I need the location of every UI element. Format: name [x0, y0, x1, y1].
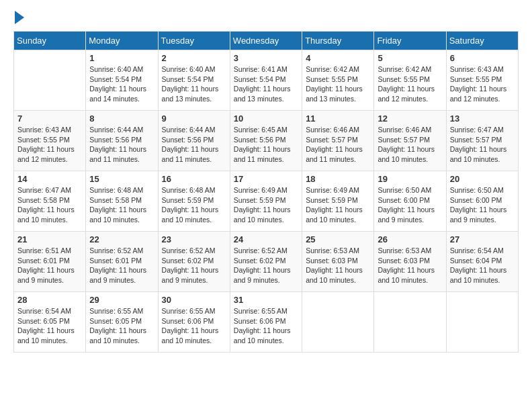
calendar-cell: 26Sunrise: 6:53 AMSunset: 6:03 PMDayligh… [374, 232, 446, 292]
day-number: 22 [89, 234, 154, 244]
cell-details: Sunrise: 6:53 AMSunset: 6:03 PMDaylight:… [306, 246, 370, 285]
cell-details: Sunrise: 6:47 AMSunset: 5:58 PMDaylight:… [17, 185, 82, 225]
calendar-cell [14, 50, 86, 111]
cell-details: Sunrise: 6:44 AMSunset: 5:56 PMDaylight:… [89, 125, 154, 165]
day-number: 4 [306, 53, 370, 63]
calendar-cell: 12Sunrise: 6:46 AMSunset: 5:57 PMDayligh… [374, 111, 446, 171]
day-number: 19 [378, 174, 442, 184]
calendar-cell: 9Sunrise: 6:44 AMSunset: 5:56 PMDaylight… [158, 111, 230, 171]
day-number: 11 [306, 113, 370, 124]
cell-details: Sunrise: 6:55 AMSunset: 6:05 PMDaylight:… [89, 306, 154, 346]
calendar-cell: 19Sunrise: 6:50 AMSunset: 6:00 PMDayligh… [374, 171, 446, 232]
day-of-week-header: Saturday [446, 32, 518, 50]
calendar-cell: 10Sunrise: 6:45 AMSunset: 5:56 PMDayligh… [230, 111, 302, 171]
cell-details: Sunrise: 6:41 AMSunset: 5:54 PMDaylight:… [234, 64, 298, 104]
day-number: 24 [234, 234, 298, 244]
day-number: 12 [378, 113, 442, 124]
calendar-cell [374, 292, 446, 353]
calendar-cell [446, 292, 518, 353]
logo-arrow-icon [15, 11, 24, 24]
day-number: 8 [89, 113, 154, 124]
day-number: 7 [17, 113, 82, 124]
calendar-header-row: SundayMondayTuesdayWednesdayThursdayFrid… [14, 32, 519, 50]
day-number: 29 [89, 295, 154, 305]
cell-details: Sunrise: 6:48 AMSunset: 5:58 PMDaylight:… [89, 185, 154, 225]
calendar-cell: 6Sunrise: 6:43 AMSunset: 5:55 PMDaylight… [446, 50, 518, 111]
calendar-cell: 24Sunrise: 6:52 AMSunset: 6:02 PMDayligh… [230, 232, 302, 292]
day-number: 21 [17, 234, 82, 244]
calendar-cell: 27Sunrise: 6:54 AMSunset: 6:04 PMDayligh… [446, 232, 518, 292]
cell-details: Sunrise: 6:49 AMSunset: 5:59 PMDaylight:… [306, 185, 370, 225]
cell-details: Sunrise: 6:40 AMSunset: 5:54 PMDaylight:… [162, 64, 226, 104]
day-number: 31 [234, 295, 298, 305]
day-number: 3 [234, 53, 298, 63]
calendar-week-row: 21Sunrise: 6:51 AMSunset: 6:01 PMDayligh… [14, 232, 519, 292]
cell-details: Sunrise: 6:53 AMSunset: 6:03 PMDaylight:… [378, 246, 442, 285]
day-number: 6 [450, 53, 515, 63]
cell-details: Sunrise: 6:40 AMSunset: 5:54 PMDaylight:… [89, 64, 154, 104]
day-number: 23 [162, 234, 226, 244]
cell-details: Sunrise: 6:49 AMSunset: 5:59 PMDaylight:… [234, 185, 298, 225]
day-of-week-header: Monday [86, 32, 158, 50]
calendar-cell: 2Sunrise: 6:40 AMSunset: 5:54 PMDaylight… [158, 50, 230, 111]
calendar-cell: 4Sunrise: 6:42 AMSunset: 5:55 PMDaylight… [302, 50, 374, 111]
day-number: 15 [89, 174, 154, 184]
cell-details: Sunrise: 6:50 AMSunset: 6:00 PMDaylight:… [450, 185, 515, 225]
cell-details: Sunrise: 6:44 AMSunset: 5:56 PMDaylight:… [162, 125, 226, 165]
cell-details: Sunrise: 6:46 AMSunset: 5:57 PMDaylight:… [306, 125, 370, 165]
calendar-cell [302, 292, 374, 353]
calendar-cell: 22Sunrise: 6:52 AMSunset: 6:01 PMDayligh… [86, 232, 158, 292]
calendar-cell: 31Sunrise: 6:55 AMSunset: 6:06 PMDayligh… [230, 292, 302, 353]
cell-details: Sunrise: 6:43 AMSunset: 5:55 PMDaylight:… [17, 125, 82, 165]
cell-details: Sunrise: 6:45 AMSunset: 5:56 PMDaylight:… [234, 125, 298, 165]
cell-details: Sunrise: 6:43 AMSunset: 5:55 PMDaylight:… [450, 64, 515, 104]
calendar-cell: 7Sunrise: 6:43 AMSunset: 5:55 PMDaylight… [14, 111, 86, 171]
day-of-week-header: Friday [374, 32, 446, 50]
day-number: 26 [378, 234, 442, 244]
calendar-cell: 28Sunrise: 6:54 AMSunset: 6:05 PMDayligh… [14, 292, 86, 353]
cell-details: Sunrise: 6:46 AMSunset: 5:57 PMDaylight:… [378, 125, 442, 165]
day-of-week-header: Wednesday [230, 32, 302, 50]
day-number: 18 [306, 174, 370, 184]
calendar-cell: 15Sunrise: 6:48 AMSunset: 5:58 PMDayligh… [86, 171, 158, 232]
day-of-week-header: Tuesday [158, 32, 230, 50]
day-of-week-header: Sunday [14, 32, 86, 50]
calendar-week-row: 7Sunrise: 6:43 AMSunset: 5:55 PMDaylight… [14, 111, 519, 171]
day-number: 5 [378, 53, 442, 63]
day-number: 25 [306, 234, 370, 244]
cell-details: Sunrise: 6:52 AMSunset: 6:01 PMDaylight:… [89, 246, 154, 285]
day-number: 2 [162, 53, 226, 63]
cell-details: Sunrise: 6:55 AMSunset: 6:06 PMDaylight:… [234, 306, 298, 346]
calendar-cell: 20Sunrise: 6:50 AMSunset: 6:00 PMDayligh… [446, 171, 518, 232]
day-number: 10 [234, 113, 298, 124]
calendar-cell: 5Sunrise: 6:42 AMSunset: 5:55 PMDaylight… [374, 50, 446, 111]
page-header [13, 13, 519, 24]
cell-details: Sunrise: 6:52 AMSunset: 6:02 PMDaylight:… [162, 246, 226, 285]
calendar-cell: 30Sunrise: 6:55 AMSunset: 6:06 PMDayligh… [158, 292, 230, 353]
cell-details: Sunrise: 6:42 AMSunset: 5:55 PMDaylight:… [378, 64, 442, 104]
calendar-cell: 17Sunrise: 6:49 AMSunset: 5:59 PMDayligh… [230, 171, 302, 232]
calendar-cell: 21Sunrise: 6:51 AMSunset: 6:01 PMDayligh… [14, 232, 86, 292]
cell-details: Sunrise: 6:52 AMSunset: 6:02 PMDaylight:… [234, 246, 298, 285]
calendar-cell: 14Sunrise: 6:47 AMSunset: 5:58 PMDayligh… [14, 171, 86, 232]
cell-details: Sunrise: 6:55 AMSunset: 6:06 PMDaylight:… [162, 306, 226, 346]
day-number: 20 [450, 174, 515, 184]
cell-details: Sunrise: 6:50 AMSunset: 6:00 PMDaylight:… [378, 185, 442, 225]
calendar-cell: 25Sunrise: 6:53 AMSunset: 6:03 PMDayligh… [302, 232, 374, 292]
calendar-cell: 11Sunrise: 6:46 AMSunset: 5:57 PMDayligh… [302, 111, 374, 171]
cell-details: Sunrise: 6:54 AMSunset: 6:05 PMDaylight:… [17, 306, 82, 346]
calendar-cell: 13Sunrise: 6:47 AMSunset: 5:57 PMDayligh… [446, 111, 518, 171]
day-number: 13 [450, 113, 515, 124]
day-of-week-header: Thursday [302, 32, 374, 50]
day-number: 30 [162, 295, 226, 305]
cell-details: Sunrise: 6:51 AMSunset: 6:01 PMDaylight:… [17, 246, 82, 285]
day-number: 16 [162, 174, 226, 184]
cell-details: Sunrise: 6:42 AMSunset: 5:55 PMDaylight:… [306, 64, 370, 104]
day-number: 28 [17, 295, 82, 305]
calendar-cell: 23Sunrise: 6:52 AMSunset: 6:02 PMDayligh… [158, 232, 230, 292]
calendar-cell: 8Sunrise: 6:44 AMSunset: 5:56 PMDaylight… [86, 111, 158, 171]
calendar-table: SundayMondayTuesdayWednesdayThursdayFrid… [13, 31, 519, 353]
day-number: 9 [162, 113, 226, 124]
cell-details: Sunrise: 6:47 AMSunset: 5:57 PMDaylight:… [450, 125, 515, 165]
calendar-cell: 3Sunrise: 6:41 AMSunset: 5:54 PMDaylight… [230, 50, 302, 111]
